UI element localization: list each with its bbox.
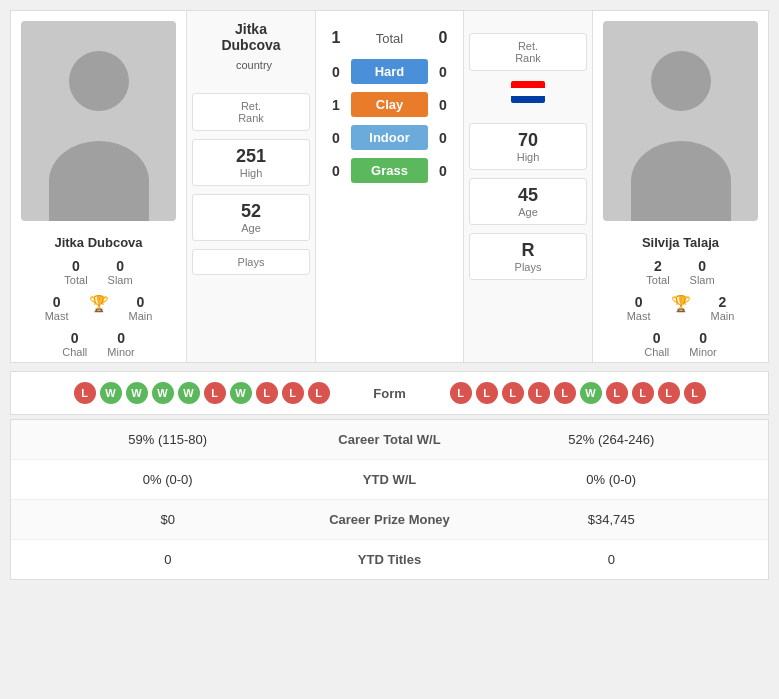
player2-chall-label: Chall <box>644 346 669 358</box>
player1-chall-label: Chall <box>62 346 87 358</box>
player2-age-box: 45 Age <box>469 178 587 225</box>
player1-plays-box: Plays <box>192 249 310 275</box>
top-section: Jitka Dubcova 0 Total 0 Slam 0 Mast 🏆 <box>10 10 769 363</box>
player1-minor: 0 Minor <box>107 330 135 358</box>
player2-high-value: 70 <box>480 130 576 151</box>
player1-minor-label: Minor <box>107 346 135 358</box>
avatar-body <box>49 141 149 221</box>
player2-card: Silvija Talaja 2 Total 0 Slam 0 Mast 🏆 <box>593 11 768 362</box>
clay-badge: Clay <box>351 92 428 117</box>
player2-avatar <box>603 21 758 221</box>
form-badge-left: L <box>308 382 330 404</box>
player2-main-value: 2 <box>719 294 727 310</box>
grass-badge: Grass <box>351 158 428 183</box>
clay-right-score: 0 <box>428 97 458 113</box>
player2-name: Silvija Talaja <box>634 231 727 254</box>
player2-total-label: Total <box>646 274 669 286</box>
player1-mast-label: Mast <box>45 310 69 322</box>
player2-total-value: 2 <box>654 258 662 274</box>
stats-center-0: Career Total W/L <box>310 432 470 447</box>
form-badge-right: W <box>580 382 602 404</box>
player1-age-box: 52 Age <box>192 194 310 241</box>
player2-info-panel: Ret. Rank 70 High 45 Age R Plays <box>463 11 593 362</box>
player1-high-label: High <box>203 167 299 179</box>
player2-rank-ret-label: Ret. <box>480 40 576 52</box>
total-right-score: 0 <box>428 29 458 47</box>
player2-plays-value: R <box>480 240 576 261</box>
player2-minor-label: Minor <box>689 346 717 358</box>
stats-row: 59% (115-80) Career Total W/L 52% (264-2… <box>11 420 768 460</box>
stats-center-1: YTD W/L <box>310 472 470 487</box>
stats-right-0: 52% (264-246) <box>470 432 754 447</box>
form-badge-left: W <box>126 382 148 404</box>
player1-total-label: Total <box>64 274 87 286</box>
player2-mast-value: 0 <box>635 294 643 310</box>
player1-age-value: 52 <box>203 201 299 222</box>
player1-total: 0 Total <box>64 258 87 286</box>
player1-minor-value: 0 <box>117 330 125 346</box>
player1-card: Jitka Dubcova 0 Total 0 Slam 0 Mast 🏆 <box>11 11 186 362</box>
indoor-right-score: 0 <box>428 130 458 146</box>
player2-mast-label: Mast <box>627 310 651 322</box>
form-badges-right: LLLLLWLLLL <box>450 382 754 404</box>
player1-rank-ret-label: Ret. <box>203 100 299 112</box>
trophy1-icon: 🏆 <box>89 294 109 313</box>
stats-left-0: 59% (115-80) <box>26 432 310 447</box>
player2-minor: 0 Minor <box>689 330 717 358</box>
player1-slam-value: 0 <box>116 258 124 274</box>
form-badge-left: W <box>178 382 200 404</box>
player1-info-panel: Jitka Dubcova country Ret. Rank 251 High… <box>186 11 316 362</box>
form-badge-left: L <box>256 382 278 404</box>
form-badge-right: L <box>502 382 524 404</box>
player2-plays-label: Plays <box>480 261 576 273</box>
player2-slam-value: 0 <box>698 258 706 274</box>
player2-rank-box: Ret. Rank <box>469 33 587 71</box>
player2-stats-row1: 2 Total 0 Slam <box>638 254 722 290</box>
grass-left-score: 0 <box>321 163 351 179</box>
stats-right-3: 0 <box>470 552 754 567</box>
player2-minor-value: 0 <box>699 330 707 346</box>
player1-info-name: Jitka Dubcova <box>221 21 280 53</box>
player2-chall: 0 Chall <box>644 330 669 358</box>
form-badge-right: L <box>476 382 498 404</box>
player1-main: 0 Main <box>129 294 153 322</box>
player1-chall-value: 0 <box>71 330 79 346</box>
form-badge-right: L <box>658 382 680 404</box>
form-badge-right: L <box>528 382 550 404</box>
player2-trophy: 🏆 <box>671 294 691 322</box>
player1-high-box: 251 High <box>192 139 310 186</box>
trophy2-icon: 🏆 <box>671 294 691 313</box>
indoor-row: 0 Indoor 0 <box>321 125 458 150</box>
main-container: Jitka Dubcova 0 Total 0 Slam 0 Mast 🏆 <box>0 0 779 590</box>
player2-total: 2 Total <box>646 258 669 286</box>
player1-plays-label: Plays <box>203 256 299 268</box>
grass-row: 0 Grass 0 <box>321 158 458 183</box>
player1-slam-label: Slam <box>108 274 133 286</box>
total-left-score: 1 <box>321 29 351 47</box>
form-badge-right: L <box>606 382 628 404</box>
form-badge-right: L <box>684 382 706 404</box>
player2-age-value: 45 <box>480 185 576 206</box>
total-label: Total <box>351 31 428 46</box>
player1-mast: 0 Mast <box>45 294 69 322</box>
player2-main: 2 Main <box>711 294 735 322</box>
hard-right-score: 0 <box>428 64 458 80</box>
hard-row: 0 Hard 0 <box>321 59 458 84</box>
clay-left-score: 1 <box>321 97 351 113</box>
stats-left-1: 0% (0-0) <box>26 472 310 487</box>
avatar-head <box>69 51 129 111</box>
player2-flag <box>511 81 545 103</box>
player1-age-label: Age <box>203 222 299 234</box>
player1-total-value: 0 <box>72 258 80 274</box>
stats-left-3: 0 <box>26 552 310 567</box>
player1-name: Jitka Dubcova <box>46 231 150 254</box>
player2-chall-value: 0 <box>653 330 661 346</box>
player2-age-label: Age <box>480 206 576 218</box>
player2-high-label: High <box>480 151 576 163</box>
player2-slam: 0 Slam <box>690 258 715 286</box>
player1-avatar <box>21 21 176 221</box>
player1-rank-label: Rank <box>203 112 299 124</box>
indoor-badge: Indoor <box>351 125 428 150</box>
player2-main-label: Main <box>711 310 735 322</box>
player2-stats-row3: 0 Chall 0 Minor <box>636 326 725 362</box>
